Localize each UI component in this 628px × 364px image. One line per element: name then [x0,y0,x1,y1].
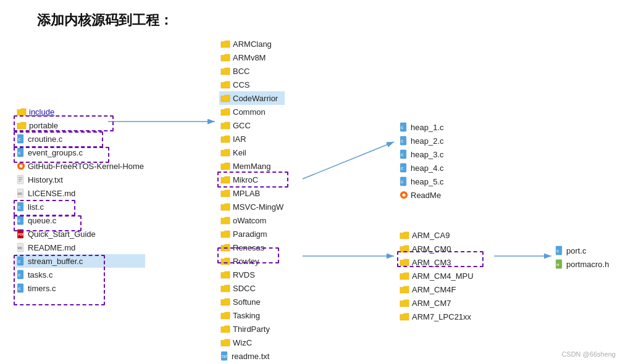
item-label: SDCC [233,284,256,293]
dashed-box-queue [14,215,82,231]
item-label: Tasking [233,311,260,320]
svg-text:C: C [401,139,403,143]
list-item: ReadMe [398,188,445,202]
dashed-box-croutine [14,131,103,147]
svg-text:C: C [401,180,403,184]
item-label: MSVC-MingW [233,202,283,212]
item-label: heap_2.c [411,136,444,146]
list-item: ARMv8M [219,51,285,64]
svg-text:C: C [556,249,559,253]
dashed-box-portable [14,115,114,131]
item-label: MemMang [233,162,270,171]
item-label: oWatcom [233,216,266,225]
item-label: portmacro.h [566,260,609,269]
svg-text:TXT: TXT [222,355,227,358]
item-label: ARMClang [233,39,272,49]
item-label: heap_5.c [411,177,444,186]
list-item: C heap_4.c [398,161,445,175]
list-item: ARM_CA9 [398,228,475,242]
item-label: Softune [233,297,261,307]
item-label: README.md [28,243,75,252]
item-label: port.c [566,246,587,255]
item-label: ReadMe [411,191,441,200]
item-label: ThirdParty [233,325,270,334]
list-item: C heap_1.c [398,120,445,134]
svg-text:C: C [401,167,403,170]
list-item: MSVC-MingW [219,200,285,213]
list-item: TXT readme.txt [219,349,285,363]
col4-port-files: C port.c H portmacro.h [554,244,610,271]
list-item: Keil [219,146,285,159]
item-label: heap_1.c [411,123,444,132]
item-label: ARM_CM4F [412,285,456,294]
list-item: C heap_3.c [398,147,445,161]
list-item: Tasking [219,308,285,322]
item-label: readme.txt [232,352,269,361]
item-label: WizC [233,338,252,347]
col3-arm-folders: ARM_CA9 ARM_CM0 ARM_CM3 ARM_CM4_MPU ARM_… [398,228,475,323]
list-item: IAR [219,132,285,146]
dashed-box-event-groups [14,147,109,163]
list-item: C heap_5.c [398,175,445,188]
list-item: ARM7_LPC21xx [398,310,475,323]
list-item: ARM_CM4_MPU [398,269,475,283]
list-item: C heap_2.c [398,134,445,147]
dashed-box-rvds [217,247,279,263]
list-item: MemMang [219,159,285,173]
page-title: 添加内核源码到工程： [37,11,173,30]
list-item: CodeWarrior [219,91,285,105]
item-label: Common [233,107,266,117]
list-item: MD README.md [15,241,145,254]
list-item: H portmacro.h [554,257,610,271]
item-label: ARM7_LPC21xx [412,312,471,321]
list-item: MD LICENSE.md [15,186,145,200]
list-item: Softune [219,295,285,308]
svg-text:MD: MD [18,247,23,250]
item-label: Keil [233,148,246,157]
list-item: ARM_CM7 [398,296,475,310]
list-item: SDCC [219,281,285,295]
item-label: RVDS [233,270,255,279]
col2-folders: ARMClang ARMv8M BCC CCS CodeWarrior Comm… [219,37,285,363]
item-label: ARM_CM7 [412,299,451,308]
item-label: heap_4.c [411,163,444,173]
item-label: MPLAB [233,189,260,198]
list-item: BCC [219,64,285,78]
item-label: BCC [233,67,249,76]
item-label: heap_3.c [411,150,444,159]
list-item: CCS [219,78,285,91]
list-item: C port.c [554,244,610,257]
svg-text:MD: MD [18,192,23,196]
list-item: oWatcom [219,213,285,227]
watermark: CSDN @66sheng [561,350,616,358]
svg-text:PDF: PDF [18,233,24,236]
list-item: WizC [219,336,285,349]
list-item: History.txt [15,173,145,186]
list-item: ThirdParty [219,322,285,336]
svg-point-10 [19,164,22,167]
list-item: Common [219,105,285,118]
svg-point-44 [402,193,405,196]
svg-text:C: C [401,126,403,130]
dashed-box-memmang [217,172,288,188]
item-label: CCS [233,80,249,89]
item-label: CodeWarrior [233,94,278,103]
item-label: LICENSE.md [28,189,75,198]
item-label: ARMv8M [233,53,266,62]
item-label: Paradigm [233,230,267,239]
list-item: ARM_CM4F [398,283,475,296]
item-label: ARM_CM4_MPU [412,271,474,281]
item-label: IAR [233,134,246,144]
svg-line-2 [303,142,394,179]
list-item: GCC [219,118,285,132]
dashed-box-stream [14,255,105,305]
item-label: History.txt [28,175,63,184]
dashed-box-arm-cm3 [397,251,484,267]
dashed-box-list [14,200,75,216]
item-label: GCC [233,121,251,130]
list-item: ARMClang [219,37,285,51]
list-item: RVDS [219,268,285,281]
item-label: ARM_CA9 [412,231,450,240]
svg-text:H: H [556,263,559,267]
col3-heap-files: C heap_1.c C heap_2.c C heap_3.c C heap_… [398,120,445,202]
